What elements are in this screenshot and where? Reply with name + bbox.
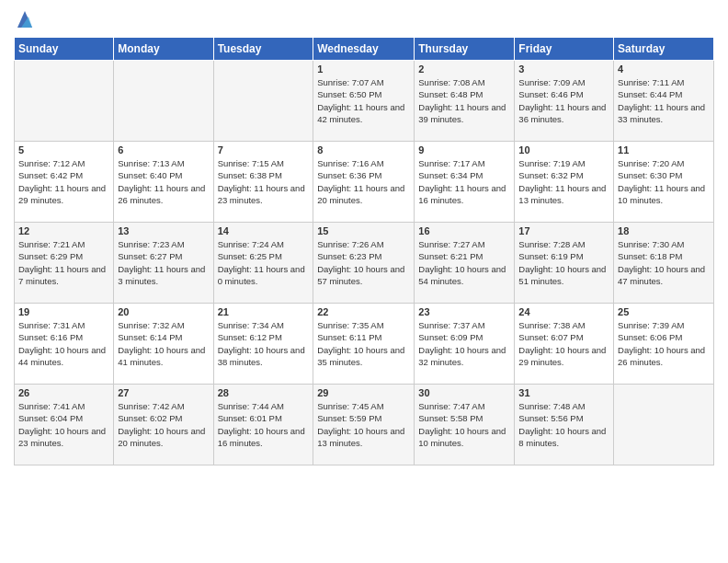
col-header-tuesday: Tuesday xyxy=(213,38,313,61)
page: SundayMondayTuesdayWednesdayThursdayFrid… xyxy=(0,0,728,563)
day-number: 25 xyxy=(618,306,710,317)
calendar-cell: 4Sunrise: 7:11 AMSunset: 6:44 PMDaylight… xyxy=(614,61,714,142)
calendar-cell: 21Sunrise: 7:34 AMSunset: 6:12 PMDayligh… xyxy=(213,304,313,385)
day-info: Sunrise: 7:26 AMSunset: 6:23 PMDaylight:… xyxy=(317,238,410,287)
day-info: Sunrise: 7:37 AMSunset: 6:09 PMDaylight:… xyxy=(418,319,510,368)
day-info: Sunrise: 7:47 AMSunset: 5:58 PMDaylight:… xyxy=(418,400,510,449)
day-number: 3 xyxy=(518,63,609,75)
day-info: Sunrise: 7:24 AMSunset: 6:25 PMDaylight:… xyxy=(218,238,310,287)
day-info: Sunrise: 7:11 AMSunset: 6:44 PMDaylight:… xyxy=(618,76,710,125)
day-info: Sunrise: 7:34 AMSunset: 6:12 PMDaylight:… xyxy=(218,319,310,368)
day-info: Sunrise: 7:07 AMSunset: 6:50 PMDaylight:… xyxy=(317,76,410,125)
col-header-wednesday: Wednesday xyxy=(313,38,415,61)
calendar-table: SundayMondayTuesdayWednesdayThursdayFrid… xyxy=(14,37,714,465)
calendar-cell: 9Sunrise: 7:17 AMSunset: 6:34 PMDaylight… xyxy=(415,142,515,223)
day-number: 6 xyxy=(118,144,209,155)
header xyxy=(14,9,714,31)
day-number: 11 xyxy=(618,144,710,155)
calendar-cell: 22Sunrise: 7:35 AMSunset: 6:11 PMDayligh… xyxy=(313,304,415,385)
calendar-cell xyxy=(213,61,313,142)
day-info: Sunrise: 7:35 AMSunset: 6:11 PMDaylight:… xyxy=(317,319,410,368)
calendar-cell: 25Sunrise: 7:39 AMSunset: 6:06 PMDayligh… xyxy=(614,304,714,385)
calendar-cell: 30Sunrise: 7:47 AMSunset: 5:58 PMDayligh… xyxy=(415,385,515,465)
logo-icon xyxy=(16,9,34,31)
day-info: Sunrise: 7:23 AMSunset: 6:27 PMDaylight:… xyxy=(118,238,209,287)
calendar-cell: 19Sunrise: 7:31 AMSunset: 6:16 PMDayligh… xyxy=(15,304,114,385)
calendar-cell: 12Sunrise: 7:21 AMSunset: 6:29 PMDayligh… xyxy=(15,223,114,304)
day-info: Sunrise: 7:41 AMSunset: 6:04 PMDaylight:… xyxy=(18,400,109,449)
calendar-cell: 17Sunrise: 7:28 AMSunset: 6:19 PMDayligh… xyxy=(515,223,614,304)
day-info: Sunrise: 7:38 AMSunset: 6:07 PMDaylight:… xyxy=(518,319,609,368)
day-number: 9 xyxy=(418,144,510,155)
day-info: Sunrise: 7:32 AMSunset: 6:14 PMDaylight:… xyxy=(118,319,209,368)
logo xyxy=(14,9,34,31)
calendar-cell: 13Sunrise: 7:23 AMSunset: 6:27 PMDayligh… xyxy=(114,223,213,304)
day-number: 28 xyxy=(218,387,310,398)
calendar-cell: 16Sunrise: 7:27 AMSunset: 6:21 PMDayligh… xyxy=(415,223,515,304)
calendar-cell: 11Sunrise: 7:20 AMSunset: 6:30 PMDayligh… xyxy=(614,142,714,223)
calendar-cell: 31Sunrise: 7:48 AMSunset: 5:56 PMDayligh… xyxy=(515,385,614,465)
day-number: 4 xyxy=(618,63,710,75)
calendar-cell: 7Sunrise: 7:15 AMSunset: 6:38 PMDaylight… xyxy=(213,142,313,223)
col-header-saturday: Saturday xyxy=(614,38,714,61)
week-row-5: 26Sunrise: 7:41 AMSunset: 6:04 PMDayligh… xyxy=(15,385,714,465)
calendar-cell: 6Sunrise: 7:13 AMSunset: 6:40 PMDaylight… xyxy=(114,142,213,223)
calendar-cell xyxy=(15,61,114,142)
col-header-thursday: Thursday xyxy=(415,38,515,61)
day-info: Sunrise: 7:16 AMSunset: 6:36 PMDaylight:… xyxy=(317,157,410,206)
day-number: 20 xyxy=(118,306,209,317)
calendar-cell: 28Sunrise: 7:44 AMSunset: 6:01 PMDayligh… xyxy=(213,385,313,465)
day-number: 15 xyxy=(317,225,410,236)
calendar-cell: 10Sunrise: 7:19 AMSunset: 6:32 PMDayligh… xyxy=(515,142,614,223)
week-row-1: 1Sunrise: 7:07 AMSunset: 6:50 PMDaylight… xyxy=(15,61,714,142)
calendar-cell: 5Sunrise: 7:12 AMSunset: 6:42 PMDaylight… xyxy=(15,142,114,223)
calendar-cell: 3Sunrise: 7:09 AMSunset: 6:46 PMDaylight… xyxy=(515,61,614,142)
calendar-cell: 1Sunrise: 7:07 AMSunset: 6:50 PMDaylight… xyxy=(313,61,415,142)
day-info: Sunrise: 7:12 AMSunset: 6:42 PMDaylight:… xyxy=(18,157,109,206)
calendar-cell: 27Sunrise: 7:42 AMSunset: 6:02 PMDayligh… xyxy=(114,385,213,465)
day-number: 24 xyxy=(518,306,609,317)
calendar-cell: 2Sunrise: 7:08 AMSunset: 6:48 PMDaylight… xyxy=(415,61,515,142)
day-number: 18 xyxy=(618,225,710,236)
day-number: 30 xyxy=(418,387,510,398)
day-number: 5 xyxy=(18,144,109,155)
calendar-cell: 29Sunrise: 7:45 AMSunset: 5:59 PMDayligh… xyxy=(313,385,415,465)
day-number: 29 xyxy=(317,387,410,398)
day-info: Sunrise: 7:08 AMSunset: 6:48 PMDaylight:… xyxy=(418,76,510,125)
day-number: 31 xyxy=(518,387,609,398)
calendar-cell: 15Sunrise: 7:26 AMSunset: 6:23 PMDayligh… xyxy=(313,223,415,304)
day-number: 26 xyxy=(18,387,109,398)
day-number: 13 xyxy=(118,225,209,236)
week-row-3: 12Sunrise: 7:21 AMSunset: 6:29 PMDayligh… xyxy=(15,223,714,304)
day-info: Sunrise: 7:21 AMSunset: 6:29 PMDaylight:… xyxy=(18,238,109,287)
day-info: Sunrise: 7:44 AMSunset: 6:01 PMDaylight:… xyxy=(218,400,310,449)
col-header-monday: Monday xyxy=(114,38,213,61)
day-info: Sunrise: 7:19 AMSunset: 6:32 PMDaylight:… xyxy=(518,157,609,206)
day-info: Sunrise: 7:45 AMSunset: 5:59 PMDaylight:… xyxy=(317,400,410,449)
day-number: 10 xyxy=(518,144,609,155)
calendar-cell: 23Sunrise: 7:37 AMSunset: 6:09 PMDayligh… xyxy=(415,304,515,385)
calendar-cell: 18Sunrise: 7:30 AMSunset: 6:18 PMDayligh… xyxy=(614,223,714,304)
day-number: 27 xyxy=(118,387,209,398)
day-info: Sunrise: 7:28 AMSunset: 6:19 PMDaylight:… xyxy=(518,238,609,287)
day-number: 17 xyxy=(518,225,609,236)
day-info: Sunrise: 7:15 AMSunset: 6:38 PMDaylight:… xyxy=(218,157,310,206)
col-header-friday: Friday xyxy=(515,38,614,61)
day-number: 7 xyxy=(218,144,310,155)
col-header-sunday: Sunday xyxy=(15,38,114,61)
day-info: Sunrise: 7:39 AMSunset: 6:06 PMDaylight:… xyxy=(618,319,710,368)
day-number: 2 xyxy=(418,63,510,75)
day-info: Sunrise: 7:20 AMSunset: 6:30 PMDaylight:… xyxy=(618,157,710,206)
day-number: 1 xyxy=(317,63,410,75)
day-number: 16 xyxy=(418,225,510,236)
calendar-cell xyxy=(114,61,213,142)
header-row: SundayMondayTuesdayWednesdayThursdayFrid… xyxy=(15,38,714,61)
day-info: Sunrise: 7:48 AMSunset: 5:56 PMDaylight:… xyxy=(518,400,609,449)
calendar-cell: 26Sunrise: 7:41 AMSunset: 6:04 PMDayligh… xyxy=(15,385,114,465)
day-info: Sunrise: 7:13 AMSunset: 6:40 PMDaylight:… xyxy=(118,157,209,206)
calendar-cell: 14Sunrise: 7:24 AMSunset: 6:25 PMDayligh… xyxy=(213,223,313,304)
calendar-cell: 24Sunrise: 7:38 AMSunset: 6:07 PMDayligh… xyxy=(515,304,614,385)
day-number: 22 xyxy=(317,306,410,317)
day-number: 14 xyxy=(218,225,310,236)
calendar-cell xyxy=(614,385,714,465)
